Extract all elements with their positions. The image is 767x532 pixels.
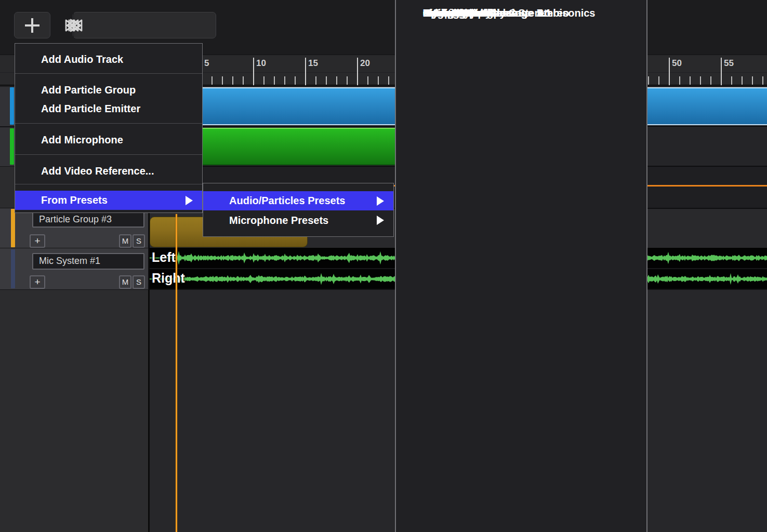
ruler-tick-minor	[284, 76, 285, 85]
fast-forward-button[interactable]	[73, 12, 74, 38]
submenu-item-microphone-presets[interactable]: Microphone Presets	[203, 211, 393, 229]
track-header-particle-group[interactable]: Particle Group #3 + M S	[0, 208, 148, 248]
track-name-field[interactable]: Mic System #1	[32, 253, 144, 270]
ruler-tick-minor	[326, 76, 327, 85]
track-name-field[interactable]: Particle Group #3	[32, 211, 144, 228]
submenu-arrow-icon	[377, 216, 384, 225]
add-context-menu: Add Audio TrackAdd Particle GroupAdd Par…	[15, 43, 203, 213]
menu-item-add-microphone[interactable]: Add Microphone	[15, 132, 202, 147]
menu-separator	[15, 184, 202, 184]
mute-button[interactable]: M	[119, 234, 131, 248]
audio-particles-preset-list: Extreme Rotation - StereoFireworkFlying …	[395, 0, 647, 532]
mute-button[interactable]: M	[119, 275, 131, 289]
ruler-tick-minor	[211, 76, 213, 85]
ruler-label: 55	[724, 58, 734, 69]
menu-item-from-presets[interactable]: From Presets	[15, 191, 202, 210]
ruler-label: 20	[360, 58, 370, 69]
submenu-arrow-icon	[186, 196, 193, 205]
menu-item-add-particle-group[interactable]: Add Particle Group	[15, 83, 202, 97]
menu-item-label: Add Particle Emitter	[41, 101, 140, 116]
ruler-tick-minor	[752, 76, 753, 85]
ruler-label: 15	[308, 58, 318, 69]
ruler-tick-minor	[742, 76, 743, 85]
track-header-mic[interactable]: Mic System #1 + M S	[0, 248, 148, 289]
playhead[interactable]	[176, 214, 177, 532]
ruler-tick-major	[305, 58, 306, 85]
menu-item-add-audio-track[interactable]: Add Audio Track	[15, 52, 202, 66]
ruler-tick-minor	[243, 76, 244, 85]
ruler-tick-minor	[232, 76, 233, 85]
menu-item-label: From Presets	[41, 191, 108, 210]
channel-label-right: Right	[152, 271, 185, 285]
ruler-tick-minor	[295, 76, 296, 85]
plus-icon	[15, 14, 50, 37]
track-color-strip	[11, 209, 15, 247]
menu-separator	[15, 73, 202, 74]
ruler-label: 50	[672, 58, 682, 69]
ruler-tick-minor	[648, 76, 649, 85]
ruler-tick-minor	[263, 76, 265, 85]
ruler-tick-minor	[274, 76, 275, 85]
menu-item-label: Add Microphone	[41, 132, 123, 147]
ruler-tick-major	[721, 58, 722, 85]
menu-item-label: Add Video Reference...	[41, 164, 154, 178]
ruler-tick-minor	[378, 76, 379, 85]
menu-item-label: Add Audio Track	[41, 52, 123, 66]
from-presets-submenu: Audio/Particles PresetsMicrophone Preset…	[203, 183, 394, 237]
ruler-tick-major	[253, 58, 254, 85]
solo-button[interactable]: S	[133, 275, 145, 289]
ruler-tick-minor	[658, 76, 659, 85]
ruler-tick-minor	[690, 76, 691, 85]
menu-separator	[15, 154, 202, 155]
ruler-tick-minor	[731, 76, 732, 85]
track-color-strip	[10, 128, 14, 165]
fast-forward-icon	[62, 14, 85, 37]
solo-button[interactable]: S	[133, 234, 145, 248]
submenu-arrow-icon	[377, 196, 384, 206]
ruler-tick-minor	[315, 76, 316, 85]
ruler-tick-minor	[367, 76, 368, 85]
ruler-label: 10	[256, 58, 266, 69]
channel-label-left: Left	[152, 250, 176, 264]
track-add-button[interactable]: +	[30, 234, 45, 248]
ruler-tick-minor	[762, 76, 763, 85]
menu-separator	[15, 123, 202, 124]
track-add-button[interactable]: +	[30, 275, 45, 289]
ruler-tick-minor	[347, 76, 348, 85]
transport-controls	[73, 12, 216, 38]
ruler-tick-major	[357, 58, 358, 85]
ruler-label: 5	[204, 58, 209, 69]
track-color-strip	[11, 249, 15, 288]
submenu-item-label: Microphone Presets	[229, 211, 328, 229]
submenu-item-label: Audio/Particles Presets	[229, 191, 345, 210]
app-window: Left Right 51015205055 Particle Group #3…	[0, 0, 767, 532]
submenu-item-audio-particles-presets[interactable]: Audio/Particles Presets	[203, 191, 393, 210]
ruler-tick-minor	[336, 76, 337, 85]
ruler-tick-minor	[388, 76, 389, 85]
preset-item-pitch-madness[interactable]: Pitch Madness	[396, 4, 496, 22]
add-track-button[interactable]	[14, 12, 50, 38]
menu-item-label: Add Particle Group	[41, 83, 136, 97]
ruler-tick-minor	[679, 76, 680, 85]
menu-item-add-video-reference[interactable]: Add Video Reference...	[15, 164, 202, 178]
track-color-strip	[10, 87, 14, 125]
ruler-tick-minor	[700, 76, 701, 85]
menu-item-add-particle-emitter[interactable]: Add Particle Emitter	[15, 101, 202, 116]
ruler-tick-minor	[710, 76, 711, 85]
ruler-tick-minor	[222, 76, 223, 85]
ruler-tick-major	[669, 58, 670, 85]
